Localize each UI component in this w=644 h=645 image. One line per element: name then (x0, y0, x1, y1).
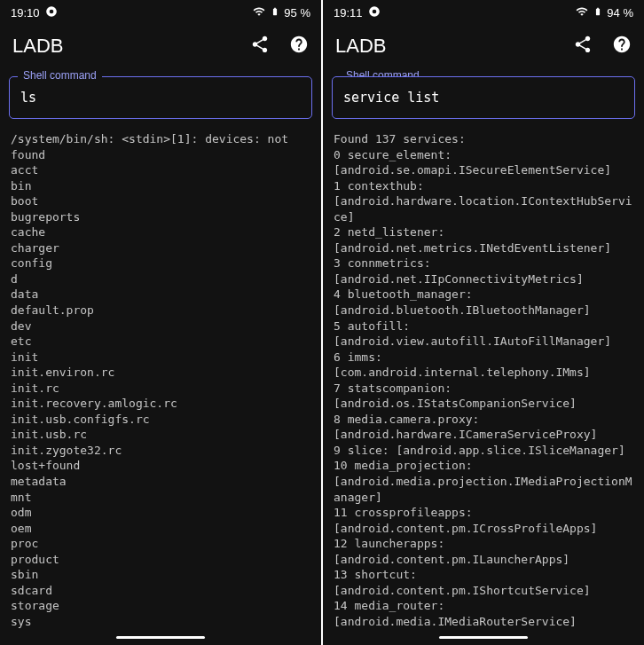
status-bar: 19:11 94 % (323, 0, 644, 25)
input-label: Shell command (18, 69, 102, 82)
shell-command-input[interactable] (332, 76, 635, 119)
terminal-output: Found 137 services: 0 secure_element: [a… (323, 126, 644, 629)
share-icon[interactable] (250, 35, 270, 58)
share-icon[interactable] (573, 35, 593, 58)
shell-input-container: Shell command (332, 76, 635, 119)
wifi-icon (575, 5, 589, 20)
phone-screen-right: 19:11 94 % LADB Shell command (323, 0, 644, 645)
phone-screen-left: 19:10 95 % LADB Shell command (0, 0, 321, 645)
status-time: 19:11 (334, 6, 363, 20)
app-indicator-icon (368, 5, 381, 20)
shell-command-input[interactable] (9, 76, 312, 119)
nav-handle[interactable] (439, 636, 528, 639)
svg-point-1 (49, 9, 53, 13)
wifi-icon (252, 5, 266, 20)
nav-bar[interactable] (0, 629, 321, 645)
app-indicator-icon (45, 5, 58, 20)
help-icon[interactable] (289, 35, 309, 58)
nav-handle[interactable] (116, 636, 205, 639)
shell-input-container: Shell command (9, 76, 312, 119)
nav-bar[interactable] (323, 629, 644, 645)
battery-percent: 94 % (607, 6, 633, 20)
app-header: LADB (323, 25, 644, 67)
help-icon[interactable] (612, 35, 632, 58)
status-time: 19:10 (11, 6, 40, 20)
svg-point-3 (372, 9, 376, 13)
app-header: LADB (0, 25, 321, 67)
app-title: LADB (12, 35, 63, 58)
battery-percent: 95 % (284, 6, 310, 20)
battery-icon (271, 4, 279, 21)
status-bar: 19:10 95 % (0, 0, 321, 25)
terminal-output: /system/bin/sh: <stdin>[1]: devices: not… (0, 126, 321, 629)
battery-icon (593, 4, 602, 21)
app-title: LADB (335, 35, 386, 58)
